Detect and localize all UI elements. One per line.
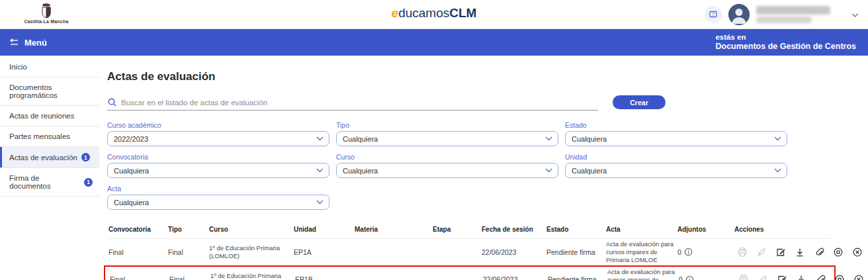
col-header: Convocatoria bbox=[108, 226, 168, 233]
brand-mid: ducamos bbox=[398, 6, 449, 20]
col-header: Materia bbox=[355, 226, 433, 233]
select-value: Cualquiera bbox=[572, 167, 607, 175]
sidebar-item-firma-de-documentos[interactable]: Firma de documentos1 bbox=[0, 168, 99, 197]
sign-icon[interactable] bbox=[756, 247, 767, 257]
convocatoria-select[interactable]: Cualquiera bbox=[107, 163, 329, 178]
select-value: Cualquiera bbox=[114, 199, 149, 207]
chevron-down-icon bbox=[545, 168, 552, 173]
cell-acta: Acta de evaluación para cursos impares d… bbox=[606, 240, 677, 264]
download-icon[interactable] bbox=[796, 274, 806, 280]
location-line1: estás en bbox=[715, 32, 856, 42]
print-icon[interactable] bbox=[737, 247, 748, 257]
cell-acciones bbox=[734, 247, 867, 257]
filter-label: Tipo bbox=[336, 121, 558, 129]
cell-adjuntos: 0 bbox=[679, 275, 736, 280]
cell-convocatoria: Final bbox=[108, 248, 168, 256]
sidebar-item-label: Partes mensuales bbox=[9, 132, 70, 140]
edit-icon[interactable] bbox=[777, 274, 787, 280]
estado-select[interactable]: Cualquiera bbox=[565, 131, 787, 146]
cell-unidad: EP1B bbox=[295, 275, 356, 280]
cell-acciones bbox=[736, 274, 868, 280]
search-input[interactable] bbox=[121, 99, 598, 107]
count-badge: 1 bbox=[81, 153, 90, 162]
col-header: Estado bbox=[546, 226, 606, 233]
sidebar-item-actas-de-evaluacion[interactable]: Actas de evaluación1 bbox=[0, 147, 99, 168]
cancel-icon[interactable] bbox=[853, 274, 864, 280]
menu-toggle[interactable]: Menú bbox=[9, 38, 47, 48]
filter-curso-academico: Curso académico 2022/2023 bbox=[107, 121, 329, 146]
actas-table: Convocatoria Tipo Curso Unidad Materia E… bbox=[108, 223, 831, 280]
adjuntos-count: 0 bbox=[677, 248, 681, 256]
blue-menu-bar: Menú estás en Documentos de Gestión de C… bbox=[0, 29, 868, 56]
help-icon[interactable]: ? bbox=[705, 6, 722, 23]
filter-curso: Curso Cualquiera bbox=[336, 153, 558, 178]
col-header: Unidad bbox=[294, 226, 355, 233]
filter-unidad: Unidad Cualquiera bbox=[565, 153, 787, 178]
cell-convocatoria: Final bbox=[110, 275, 169, 280]
sidebar-item-partes-mensuales[interactable]: Partes mensuales bbox=[0, 126, 99, 147]
adjuntos-count: 0 bbox=[679, 275, 683, 280]
col-header: Fecha de sesión bbox=[482, 226, 546, 233]
col-header: Adjuntos bbox=[677, 226, 734, 233]
menu-label: Menú bbox=[24, 38, 47, 48]
chevron-down-icon bbox=[774, 168, 781, 173]
user-name-redacted bbox=[756, 6, 830, 23]
user-menu-chevron-down-icon[interactable] bbox=[851, 9, 859, 21]
chevron-down-icon bbox=[316, 200, 324, 205]
info-icon[interactable] bbox=[684, 248, 693, 256]
tipo-select[interactable]: Cualquiera bbox=[336, 131, 558, 146]
acta-select[interactable]: Cualquiera bbox=[107, 195, 329, 210]
cell-estado: Pendiente firma bbox=[548, 275, 607, 280]
select-value: Cualquiera bbox=[343, 167, 378, 175]
location-indicator: estás en Documentos de Gestión de Centro… bbox=[715, 32, 859, 52]
print-icon[interactable] bbox=[738, 274, 749, 280]
curso-select[interactable]: Cualquiera bbox=[336, 163, 558, 178]
filter-label: Convocatoria bbox=[107, 153, 329, 161]
cell-tipo: Final bbox=[169, 275, 210, 280]
col-header: Acciones bbox=[734, 226, 831, 233]
avatar[interactable] bbox=[728, 4, 750, 25]
filter-label: Unidad bbox=[565, 153, 787, 161]
sidebar-item-label: Firma de documentos bbox=[9, 174, 80, 190]
user-zone: ? bbox=[705, 0, 859, 29]
chevron-down-icon bbox=[316, 168, 324, 173]
filter-label: Estado bbox=[565, 121, 787, 129]
cell-adjuntos: 0 bbox=[677, 248, 734, 256]
sidebar-item-inicio[interactable]: Inicio bbox=[0, 57, 99, 77]
create-button[interactable]: Crear bbox=[613, 95, 666, 109]
select-value: 2022/2023 bbox=[114, 135, 148, 143]
view-icon[interactable] bbox=[834, 274, 845, 280]
brand-suffix: CLM bbox=[449, 6, 476, 20]
view-icon[interactable] bbox=[833, 247, 844, 257]
download-icon[interactable] bbox=[795, 247, 805, 257]
attach-icon[interactable] bbox=[814, 247, 824, 257]
col-header: Tipo bbox=[168, 226, 209, 233]
cell-curso: 1º de Educación Primaria (LOMLOE) bbox=[210, 272, 295, 280]
cell-curso: 1º de Educación Primaria (LOMLOE) bbox=[209, 244, 294, 260]
unidad-select[interactable]: Cualquiera bbox=[565, 163, 787, 178]
curso-academico-select[interactable]: 2022/2023 bbox=[107, 131, 329, 146]
sidebar-item-documentos-programaticos[interactable]: Documentos programáticos bbox=[0, 77, 99, 106]
count-badge: 1 bbox=[84, 178, 93, 187]
search-box bbox=[107, 97, 598, 111]
info-icon[interactable] bbox=[685, 275, 694, 280]
cell-acta: Acta de evaluación para cursos impares d… bbox=[607, 268, 679, 280]
col-header: Etapa bbox=[433, 226, 482, 233]
filter-label: Curso bbox=[336, 153, 558, 161]
attach-icon[interactable] bbox=[815, 274, 826, 280]
page-title: Actas de evaluación bbox=[107, 70, 855, 83]
cell-unidad: EP1A bbox=[294, 248, 355, 256]
location-line2: Documentos de Gestión de Centros bbox=[715, 42, 856, 52]
select-value: Cualquiera bbox=[343, 135, 378, 143]
chevron-down-icon bbox=[545, 136, 552, 141]
edit-icon[interactable] bbox=[775, 247, 786, 257]
sidebar-item-label: Actas de reuniones bbox=[9, 112, 74, 120]
filter-acta: Acta Cualquiera bbox=[107, 185, 329, 210]
cancel-icon[interactable] bbox=[852, 247, 863, 257]
col-header: Curso bbox=[209, 226, 294, 233]
brand-e: e bbox=[392, 6, 399, 20]
sign-icon[interactable] bbox=[758, 274, 768, 280]
sidebar-item-actas-de-reuniones[interactable]: Actas de reuniones bbox=[0, 106, 99, 126]
chevron-down-icon bbox=[316, 136, 324, 141]
sidebar-item-label: Actas de evaluación bbox=[9, 154, 77, 162]
